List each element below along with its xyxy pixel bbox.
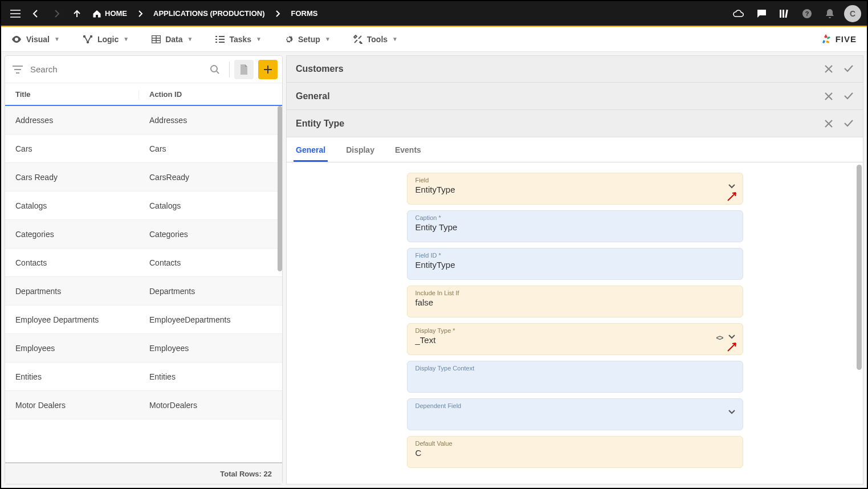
row-action: MotorDealers [139,401,282,410]
field-default-label: Default Value [415,440,735,447]
row-title: Entities [5,372,139,381]
table-row[interactable]: CatalogsCatalogs [5,191,282,220]
field-include-value: false [415,298,735,307]
check-icon[interactable] [843,64,854,74]
row-title: Cars Ready [5,173,139,182]
list-scrollbar[interactable] [278,106,282,271]
brand-icon [820,33,832,46]
field-caption[interactable]: Caption * Entity Type [407,210,743,242]
avatar[interactable]: C [844,5,861,22]
table-row[interactable]: DepartmentsDepartments [5,277,282,305]
row-title: Cars [5,144,139,153]
breadcrumb-home-label: HOME [105,9,127,18]
breadcrumb-forms-label: FORMS [291,9,317,18]
tab-events[interactable]: Events [393,140,423,162]
svg-rect-0 [780,10,781,18]
chevron-down-icon[interactable] [728,409,736,415]
add-button[interactable] [258,60,278,79]
field-displaytype[interactable]: Display Type * _Text <> [407,323,743,355]
breadcrumb-home[interactable]: HOME [89,9,131,18]
field-include[interactable]: Include In List If false [407,286,743,317]
section-entity-type-title: Entity Type [296,119,344,129]
field-caption-label: Caption * [415,214,735,221]
field-fieldid-value: EntityType [415,260,735,270]
form-scrollbar[interactable] [857,165,862,370]
menu-tools-label: Tools [367,35,388,44]
menu-tools[interactable]: Tools▼ [353,35,398,44]
menu-visual[interactable]: Visual▼ [11,35,60,44]
table-row[interactable]: Cars ReadyCarsReady [5,163,282,191]
close-icon[interactable] [824,64,833,74]
field-default[interactable]: Default Value C [407,436,743,468]
close-icon[interactable] [824,119,833,128]
cloud-icon[interactable] [730,5,747,22]
menu-tasks[interactable]: Tasks▼ [215,35,262,44]
field-displaytype-label: Display Type * [415,327,735,334]
library-icon[interactable] [776,5,793,22]
forward-icon [48,5,65,22]
search-input[interactable] [30,64,201,74]
field-fieldid-label: Field ID * [415,252,735,259]
field-displayctx[interactable]: Display Type Context [407,361,743,393]
search-icon[interactable] [205,60,225,79]
table-row[interactable]: CategoriesCategories [5,220,282,248]
check-icon[interactable] [843,119,854,128]
hamburger-icon[interactable] [7,5,24,22]
table-row[interactable]: Employee DepartmentsEmployeeDepartments [5,305,282,334]
table-row[interactable]: Motor DealersMotorDealers [5,391,282,419]
column-title[interactable]: Title [5,90,139,99]
row-action: Employees [139,344,282,353]
grid-footer: Total Rows: 22 [5,462,282,484]
menu-logic[interactable]: Logic▼ [83,35,129,44]
menu-data[interactable]: Data▼ [152,35,193,44]
logic-icon [83,35,93,44]
bell-icon[interactable] [821,5,838,22]
row-title: Categories [5,230,139,239]
chevron-down-icon[interactable] [728,334,736,340]
menu-setup[interactable]: Setup▼ [284,35,331,44]
chat-icon[interactable] [753,5,770,22]
menu-visual-label: Visual [26,35,50,44]
home-icon [92,10,101,18]
svg-point-7 [87,40,89,43]
list-icon [215,35,225,43]
tools-icon [353,35,362,44]
svg-rect-2 [785,9,788,17]
column-action[interactable]: Action ID [139,90,282,99]
check-icon[interactable] [843,92,854,101]
chevron-down-icon[interactable] [728,184,736,189]
eye-icon [11,36,22,43]
breadcrumb-apps[interactable]: APPLICATIONS (PRODUCTION) [150,9,268,18]
breadcrumb-separator-1 [134,10,146,18]
gear-icon [284,35,294,44]
table-row[interactable]: CarsCars [5,135,282,163]
row-title: Employees [5,344,139,353]
close-icon[interactable] [824,92,833,101]
filter-icon[interactable] [10,66,26,74]
svg-rect-1 [783,10,784,18]
table-row[interactable]: EmployeesEmployees [5,334,282,362]
section-customers-title: Customers [296,64,344,74]
back-icon[interactable] [27,5,44,22]
breadcrumb-forms[interactable]: FORMS [287,9,321,18]
table-row[interactable]: EntitiesEntities [5,362,282,391]
row-title: Addresses [5,116,139,125]
up-icon[interactable] [68,5,85,22]
tab-display[interactable]: Display [344,140,377,162]
menu-setup-label: Setup [298,35,320,44]
field-field[interactable]: Field EntityType [407,173,743,205]
row-title: Motor Dealers [5,401,139,410]
row-title: Employee Departments [5,315,139,324]
svg-point-9 [211,66,217,72]
field-dependent[interactable]: Dependent Field [407,398,743,430]
row-title: Departments [5,287,139,296]
tab-general[interactable]: General [294,140,328,162]
help-icon[interactable]: ? [798,5,816,22]
table-row[interactable]: AddressesAddresses [5,106,282,135]
code-icon[interactable]: <> [716,334,723,342]
row-action: Cars [139,144,282,153]
document-icon[interactable] [234,60,254,79]
table-row[interactable]: ContactsContacts [5,248,282,277]
field-fieldid[interactable]: Field ID * EntityType [407,248,743,280]
field-displayctx-label: Display Type Context [415,365,735,372]
